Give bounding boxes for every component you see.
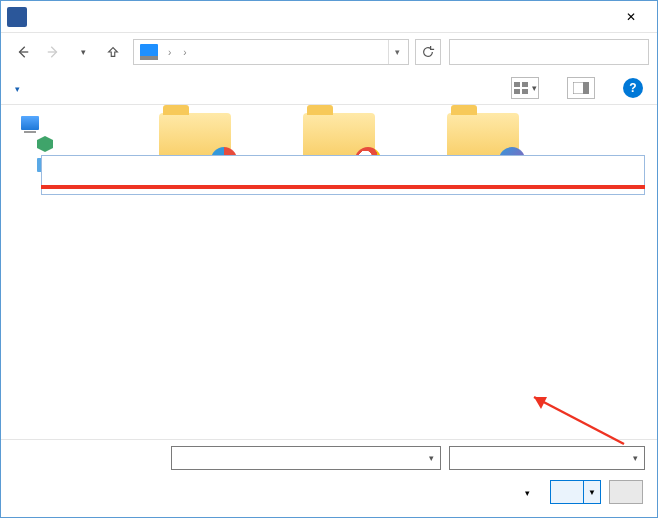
back-button[interactable] xyxy=(9,39,37,65)
arrow-right-icon xyxy=(46,45,60,59)
close-button[interactable]: ✕ xyxy=(611,3,651,31)
dropdown-option[interactable] xyxy=(42,192,644,194)
toolbar: ▾ ? xyxy=(1,71,657,105)
chevron-down-icon: ▾ xyxy=(532,83,537,93)
pc-icon xyxy=(140,44,158,60)
refresh-icon xyxy=(421,45,435,59)
chevron-down-icon[interactable]: ▾ xyxy=(429,453,434,463)
help-button[interactable]: ? xyxy=(623,78,643,98)
panel-icon xyxy=(573,82,589,94)
breadcrumb[interactable]: › › ▾ xyxy=(133,39,409,65)
close-icon: ✕ xyxy=(626,10,636,24)
titlebar: ✕ xyxy=(1,1,657,33)
cube-icon xyxy=(37,136,53,152)
chevron-down-icon: ▾ xyxy=(633,453,638,463)
view-mode-button[interactable]: ▾ xyxy=(511,77,539,99)
svg-rect-3 xyxy=(522,89,528,94)
file-name-input[interactable]: ▾ xyxy=(171,446,441,470)
refresh-button[interactable] xyxy=(415,39,441,65)
chevron-down-icon: ▾ xyxy=(81,47,86,57)
arrow-up-icon xyxy=(106,45,120,59)
chevron-right-icon: › xyxy=(162,47,177,58)
bottom-panel: ▾ ▾ ▼ xyxy=(1,439,657,517)
organize-button[interactable] xyxy=(15,81,20,95)
up-button[interactable] xyxy=(99,39,127,65)
file-type-dropdown[interactable] xyxy=(41,155,645,195)
chevron-right-icon: › xyxy=(177,47,192,58)
preview-pane-button[interactable] xyxy=(567,77,595,99)
breadcrumb-dropdown[interactable]: ▾ xyxy=(388,40,406,64)
search-input[interactable] xyxy=(449,39,649,65)
help-icon: ? xyxy=(629,81,636,95)
sidebar-item-this-pc[interactable] xyxy=(7,113,145,133)
pc-icon xyxy=(21,116,39,130)
view-icon xyxy=(514,82,530,94)
open-button-dropdown[interactable]: ▼ xyxy=(584,488,600,497)
recent-dropdown[interactable]: ▾ xyxy=(69,39,97,65)
nav-row: ▾ › › ▾ xyxy=(1,33,657,71)
cancel-button[interactable] xyxy=(609,480,643,504)
svg-rect-5 xyxy=(583,82,589,94)
arrow-left-icon xyxy=(16,45,30,59)
sidebar-item-3d-objects[interactable] xyxy=(7,133,145,155)
tools-button[interactable] xyxy=(525,485,530,499)
file-type-select[interactable]: ▾ xyxy=(449,446,645,470)
forward-button[interactable] xyxy=(39,39,67,65)
word-app-icon xyxy=(7,7,27,27)
svg-rect-1 xyxy=(522,82,528,87)
svg-rect-0 xyxy=(514,82,520,87)
svg-rect-2 xyxy=(514,89,520,94)
open-button-label xyxy=(551,481,584,503)
open-button[interactable]: ▼ xyxy=(550,480,601,504)
